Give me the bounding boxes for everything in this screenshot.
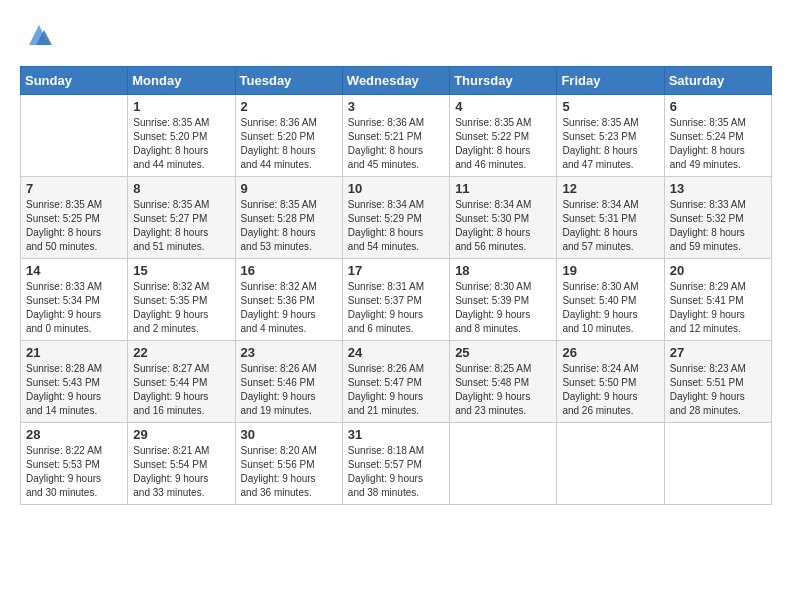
day-number: 26	[562, 345, 658, 360]
calendar-cell: 15Sunrise: 8:32 AMSunset: 5:35 PMDayligh…	[128, 259, 235, 341]
calendar-cell: 5Sunrise: 8:35 AMSunset: 5:23 PMDaylight…	[557, 95, 664, 177]
day-number: 30	[241, 427, 337, 442]
col-header-friday: Friday	[557, 67, 664, 95]
calendar-cell: 19Sunrise: 8:30 AMSunset: 5:40 PMDayligh…	[557, 259, 664, 341]
calendar-cell: 8Sunrise: 8:35 AMSunset: 5:27 PMDaylight…	[128, 177, 235, 259]
calendar-cell: 7Sunrise: 8:35 AMSunset: 5:25 PMDaylight…	[21, 177, 128, 259]
calendar-cell: 25Sunrise: 8:25 AMSunset: 5:48 PMDayligh…	[450, 341, 557, 423]
day-info: Sunrise: 8:35 AMSunset: 5:27 PMDaylight:…	[133, 198, 229, 254]
calendar-cell: 20Sunrise: 8:29 AMSunset: 5:41 PMDayligh…	[664, 259, 771, 341]
day-number: 17	[348, 263, 444, 278]
day-number: 13	[670, 181, 766, 196]
day-number: 5	[562, 99, 658, 114]
calendar-cell: 22Sunrise: 8:27 AMSunset: 5:44 PMDayligh…	[128, 341, 235, 423]
calendar-cell: 1Sunrise: 8:35 AMSunset: 5:20 PMDaylight…	[128, 95, 235, 177]
col-header-tuesday: Tuesday	[235, 67, 342, 95]
calendar-table: SundayMondayTuesdayWednesdayThursdayFrid…	[20, 66, 772, 505]
day-info: Sunrise: 8:23 AMSunset: 5:51 PMDaylight:…	[670, 362, 766, 418]
day-info: Sunrise: 8:22 AMSunset: 5:53 PMDaylight:…	[26, 444, 122, 500]
day-info: Sunrise: 8:31 AMSunset: 5:37 PMDaylight:…	[348, 280, 444, 336]
day-info: Sunrise: 8:35 AMSunset: 5:20 PMDaylight:…	[133, 116, 229, 172]
calendar-cell: 6Sunrise: 8:35 AMSunset: 5:24 PMDaylight…	[664, 95, 771, 177]
day-info: Sunrise: 8:25 AMSunset: 5:48 PMDaylight:…	[455, 362, 551, 418]
day-number: 12	[562, 181, 658, 196]
day-info: Sunrise: 8:34 AMSunset: 5:29 PMDaylight:…	[348, 198, 444, 254]
page-header	[20, 20, 772, 50]
day-info: Sunrise: 8:26 AMSunset: 5:47 PMDaylight:…	[348, 362, 444, 418]
calendar-cell: 11Sunrise: 8:34 AMSunset: 5:30 PMDayligh…	[450, 177, 557, 259]
col-header-sunday: Sunday	[21, 67, 128, 95]
day-number: 16	[241, 263, 337, 278]
day-info: Sunrise: 8:30 AMSunset: 5:39 PMDaylight:…	[455, 280, 551, 336]
calendar-cell: 27Sunrise: 8:23 AMSunset: 5:51 PMDayligh…	[664, 341, 771, 423]
day-info: Sunrise: 8:18 AMSunset: 5:57 PMDaylight:…	[348, 444, 444, 500]
day-info: Sunrise: 8:35 AMSunset: 5:22 PMDaylight:…	[455, 116, 551, 172]
col-header-saturday: Saturday	[664, 67, 771, 95]
calendar-cell	[664, 423, 771, 505]
calendar-week-row: 7Sunrise: 8:35 AMSunset: 5:25 PMDaylight…	[21, 177, 772, 259]
day-info: Sunrise: 8:32 AMSunset: 5:35 PMDaylight:…	[133, 280, 229, 336]
day-number: 15	[133, 263, 229, 278]
calendar-cell	[557, 423, 664, 505]
day-number: 6	[670, 99, 766, 114]
calendar-cell: 28Sunrise: 8:22 AMSunset: 5:53 PMDayligh…	[21, 423, 128, 505]
calendar-cell: 23Sunrise: 8:26 AMSunset: 5:46 PMDayligh…	[235, 341, 342, 423]
calendar-cell	[450, 423, 557, 505]
calendar-cell: 17Sunrise: 8:31 AMSunset: 5:37 PMDayligh…	[342, 259, 449, 341]
col-header-thursday: Thursday	[450, 67, 557, 95]
day-info: Sunrise: 8:32 AMSunset: 5:36 PMDaylight:…	[241, 280, 337, 336]
day-number: 18	[455, 263, 551, 278]
calendar-cell: 14Sunrise: 8:33 AMSunset: 5:34 PMDayligh…	[21, 259, 128, 341]
calendar-header-row: SundayMondayTuesdayWednesdayThursdayFrid…	[21, 67, 772, 95]
day-info: Sunrise: 8:20 AMSunset: 5:56 PMDaylight:…	[241, 444, 337, 500]
col-header-monday: Monday	[128, 67, 235, 95]
day-info: Sunrise: 8:21 AMSunset: 5:54 PMDaylight:…	[133, 444, 229, 500]
calendar-week-row: 14Sunrise: 8:33 AMSunset: 5:34 PMDayligh…	[21, 259, 772, 341]
calendar-cell	[21, 95, 128, 177]
day-number: 19	[562, 263, 658, 278]
day-number: 4	[455, 99, 551, 114]
calendar-cell: 2Sunrise: 8:36 AMSunset: 5:20 PMDaylight…	[235, 95, 342, 177]
day-info: Sunrise: 8:33 AMSunset: 5:34 PMDaylight:…	[26, 280, 122, 336]
day-number: 11	[455, 181, 551, 196]
calendar-cell: 10Sunrise: 8:34 AMSunset: 5:29 PMDayligh…	[342, 177, 449, 259]
calendar-cell: 4Sunrise: 8:35 AMSunset: 5:22 PMDaylight…	[450, 95, 557, 177]
day-number: 20	[670, 263, 766, 278]
calendar-cell: 31Sunrise: 8:18 AMSunset: 5:57 PMDayligh…	[342, 423, 449, 505]
logo-icon	[24, 20, 54, 50]
day-number: 25	[455, 345, 551, 360]
logo	[20, 20, 54, 50]
calendar-cell: 16Sunrise: 8:32 AMSunset: 5:36 PMDayligh…	[235, 259, 342, 341]
day-info: Sunrise: 8:35 AMSunset: 5:25 PMDaylight:…	[26, 198, 122, 254]
day-info: Sunrise: 8:30 AMSunset: 5:40 PMDaylight:…	[562, 280, 658, 336]
calendar-cell: 18Sunrise: 8:30 AMSunset: 5:39 PMDayligh…	[450, 259, 557, 341]
day-number: 9	[241, 181, 337, 196]
day-number: 10	[348, 181, 444, 196]
day-number: 14	[26, 263, 122, 278]
day-number: 27	[670, 345, 766, 360]
day-info: Sunrise: 8:28 AMSunset: 5:43 PMDaylight:…	[26, 362, 122, 418]
col-header-wednesday: Wednesday	[342, 67, 449, 95]
day-info: Sunrise: 8:24 AMSunset: 5:50 PMDaylight:…	[562, 362, 658, 418]
day-info: Sunrise: 8:36 AMSunset: 5:21 PMDaylight:…	[348, 116, 444, 172]
day-info: Sunrise: 8:27 AMSunset: 5:44 PMDaylight:…	[133, 362, 229, 418]
day-info: Sunrise: 8:33 AMSunset: 5:32 PMDaylight:…	[670, 198, 766, 254]
calendar-cell: 13Sunrise: 8:33 AMSunset: 5:32 PMDayligh…	[664, 177, 771, 259]
day-number: 31	[348, 427, 444, 442]
day-number: 23	[241, 345, 337, 360]
day-number: 1	[133, 99, 229, 114]
day-number: 22	[133, 345, 229, 360]
calendar-cell: 12Sunrise: 8:34 AMSunset: 5:31 PMDayligh…	[557, 177, 664, 259]
day-info: Sunrise: 8:35 AMSunset: 5:24 PMDaylight:…	[670, 116, 766, 172]
day-number: 28	[26, 427, 122, 442]
day-number: 3	[348, 99, 444, 114]
day-info: Sunrise: 8:35 AMSunset: 5:28 PMDaylight:…	[241, 198, 337, 254]
day-info: Sunrise: 8:29 AMSunset: 5:41 PMDaylight:…	[670, 280, 766, 336]
day-number: 8	[133, 181, 229, 196]
calendar-week-row: 1Sunrise: 8:35 AMSunset: 5:20 PMDaylight…	[21, 95, 772, 177]
calendar-week-row: 28Sunrise: 8:22 AMSunset: 5:53 PMDayligh…	[21, 423, 772, 505]
day-number: 29	[133, 427, 229, 442]
calendar-cell: 24Sunrise: 8:26 AMSunset: 5:47 PMDayligh…	[342, 341, 449, 423]
day-info: Sunrise: 8:34 AMSunset: 5:30 PMDaylight:…	[455, 198, 551, 254]
calendar-cell: 9Sunrise: 8:35 AMSunset: 5:28 PMDaylight…	[235, 177, 342, 259]
